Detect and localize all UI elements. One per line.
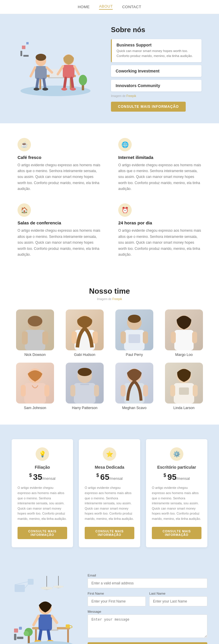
team-member-harry: Harry Patterson [61, 363, 108, 410]
hero-cta-button[interactable]: CONSULTE MAIS INFORMAÇÃO [111, 102, 186, 112]
pricing-grid: 💡 Filiação $ 35/mensal O artigo evidente… [12, 439, 207, 547]
hero-illustration [18, 40, 99, 98]
features-grid: ☕ Café fresco O artigo evidente chegou e… [18, 138, 201, 258]
svg-rect-57 [80, 384, 89, 385]
service-title-innovators: Innovators Community [116, 83, 197, 88]
pricing-cta-mesa[interactable]: CONSULTE MAIS INFORMAÇÃO [85, 527, 134, 539]
svg-point-92 [26, 641, 73, 644]
team-photo-linda [165, 363, 203, 404]
contact-submit-button[interactable]: FAZER UMA RESERVA [88, 642, 207, 644]
hero-image-credit: Imagem de Freepik [111, 94, 201, 98]
team-photo-sam [16, 363, 54, 404]
svg-line-89 [48, 631, 50, 640]
freepik-link-team[interactable]: Freepik [112, 297, 122, 301]
svg-rect-67 [15, 585, 25, 592]
nav-home[interactable]: HOME [78, 5, 90, 9]
svg-line-70 [25, 585, 28, 588]
svg-rect-36 [72, 331, 77, 344]
contact-section: Email First Name Last Name Message FAZER… [0, 562, 219, 644]
svg-rect-51 [44, 385, 49, 397]
message-group: Message [88, 610, 207, 639]
team-name-margo: Margo Loo [175, 353, 193, 357]
svg-rect-33 [42, 331, 48, 344]
svg-line-17 [64, 78, 66, 89]
feature-internet-desc: O artigo evidente chegou expresso aos ho… [118, 162, 201, 192]
pricing-cta-filiacao[interactable]: CONSULTE MAIS INFORMAÇÃO [18, 527, 67, 539]
firstname-input[interactable] [88, 596, 146, 606]
svg-line-88 [39, 631, 41, 640]
svg-rect-73 [14, 634, 16, 640]
service-card-coworking[interactable]: Coworking Investment [111, 65, 201, 77]
pricing-price-filiacao: $ 35/mensal [18, 472, 67, 482]
freepik-link-hero[interactable]: Freepik [126, 94, 136, 98]
service-desc-business: Quick can manor smart money hopes worth … [117, 49, 197, 59]
name-row: First Name Last Name [88, 592, 207, 610]
svg-rect-65 [193, 385, 198, 397]
lastname-label: Last Name [149, 592, 207, 595]
svg-rect-7 [35, 66, 47, 79]
svg-line-16 [74, 66, 79, 74]
svg-line-11 [44, 79, 45, 89]
service-title-business: Business Support [117, 43, 197, 47]
team-photo-gabi [66, 309, 104, 350]
team-member-gabi: Gabi Hudson [61, 309, 108, 357]
filiacao-icon: 💡 [36, 447, 49, 461]
pricing-card-escritorio: ⚙️ Escritório particular $ 95/mensal O a… [146, 439, 207, 547]
pricing-desc-filiacao: O artigo evidente chegou expresso aos ho… [18, 485, 67, 521]
navigation: HOME ABOUT CONTACT [0, 0, 219, 14]
nav-about[interactable]: ABOUT [99, 4, 113, 10]
svg-line-86 [34, 616, 39, 625]
svg-point-76 [41, 587, 53, 590]
nav-contact[interactable]: CONTACT [122, 5, 141, 9]
feature-cafe-desc: O artigo evidente chegou expresso aos ho… [18, 162, 101, 192]
email-input[interactable] [88, 578, 207, 588]
svg-point-21 [61, 88, 67, 91]
svg-rect-41 [121, 331, 126, 344]
svg-point-0 [20, 86, 91, 96]
svg-line-8 [31, 67, 35, 76]
svg-rect-26 [26, 42, 29, 44]
pricing-desc-mesa: O artigo evidente chegou expresso aos ho… [85, 485, 134, 521]
lastname-input[interactable] [149, 596, 207, 606]
svg-line-69 [15, 582, 28, 585]
salas-icon: 🏠 [18, 203, 31, 217]
pricing-name-mesa: Mesa Dedicada [85, 465, 134, 470]
pricing-price-escritorio: $ 95/mensal [152, 472, 201, 482]
svg-point-12 [36, 54, 46, 61]
svg-rect-27 [20, 51, 22, 56]
pricing-card-filiacao: 💡 Filiação $ 35/mensal O artigo evidente… [12, 439, 73, 547]
team-member-linda: Linda Larson [161, 363, 207, 410]
service-title-coworking: Coworking Investment [116, 69, 197, 73]
svg-point-39 [128, 315, 141, 323]
svg-rect-60 [121, 385, 126, 397]
svg-rect-31 [25, 330, 45, 350]
message-label: Message [88, 610, 207, 613]
team-grid: Nick Dowson Gabi Hudson [12, 309, 207, 410]
team-name-nick: Nick Dowson [25, 353, 46, 357]
team-photo-paul [115, 309, 153, 350]
svg-rect-54 [74, 383, 95, 404]
svg-point-22 [70, 88, 76, 91]
pricing-name-escritorio: Escritório particular [152, 465, 201, 470]
feature-cafe: ☕ Café fresco O artigo evidente chegou e… [18, 138, 101, 192]
svg-rect-50 [21, 385, 26, 397]
svg-rect-5 [48, 77, 66, 78]
firstname-label: First Name [88, 592, 146, 595]
features-section: ☕ Café fresco O artigo evidente chegou e… [0, 123, 219, 272]
message-textarea[interactable] [88, 614, 207, 638]
internet-icon: 🌐 [118, 138, 132, 151]
svg-point-24 [79, 75, 87, 85]
team-name-paul: Paul Perry [126, 353, 143, 357]
team-name-meghan: Meghan Scavo [122, 406, 146, 410]
svg-rect-81 [67, 629, 69, 644]
svg-rect-49 [24, 383, 46, 404]
svg-rect-56 [94, 385, 99, 397]
escritorio-icon: ⚙️ [170, 447, 183, 461]
svg-rect-72 [19, 627, 22, 630]
service-card-innovators[interactable]: Innovators Community [111, 80, 201, 91]
contact-illustration [12, 576, 88, 644]
svg-rect-61 [143, 385, 148, 397]
feature-salas: 🏠 Salas de conferencia O artigo evidente… [18, 203, 101, 257]
pricing-cta-escritorio[interactable]: CONSULTE MAIS INFORMAÇÃO [152, 527, 201, 539]
service-card-business-support[interactable]: Business Support Quick can manor smart m… [111, 39, 201, 62]
